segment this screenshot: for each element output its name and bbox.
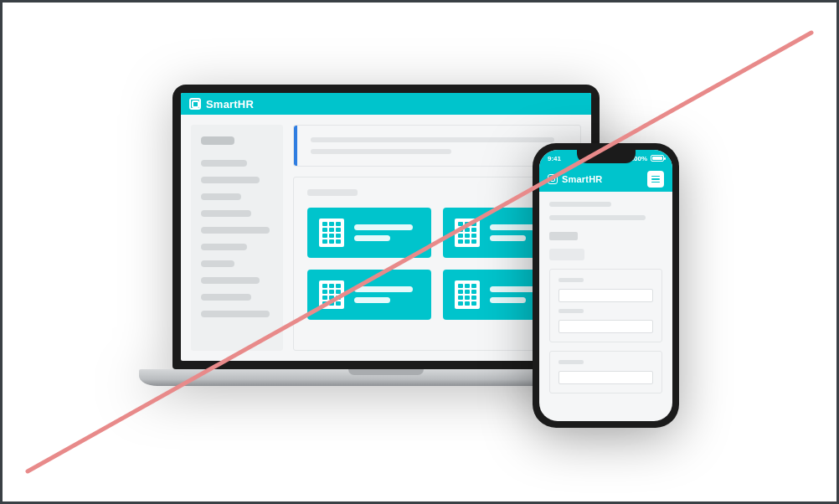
phone-notch: [577, 150, 636, 163]
brand-name: SmartHR: [206, 98, 254, 111]
text-placeholder: [354, 286, 413, 292]
text-placeholder: [311, 137, 554, 142]
status-time: 9:41: [548, 155, 561, 162]
feature-card: [307, 208, 431, 258]
text-placeholder: [549, 202, 611, 207]
input-placeholder: [558, 289, 653, 302]
building-icon: [319, 219, 344, 247]
label-placeholder: [558, 278, 584, 282]
form-panel: [549, 269, 662, 342]
text-placeholder: [354, 224, 413, 230]
text-placeholder: [354, 235, 390, 241]
building-icon: [455, 219, 480, 247]
input-placeholder: [558, 320, 653, 333]
sidebar-item-placeholder: [201, 210, 251, 217]
section-heading-placeholder: [549, 232, 578, 240]
form-panel: [549, 351, 662, 393]
logo-icon: [548, 174, 558, 184]
text-placeholder: [490, 235, 526, 241]
text-placeholder: [490, 297, 526, 303]
sidebar-heading-placeholder: [201, 136, 234, 145]
chip-placeholder: [549, 249, 584, 260]
text-placeholder: [354, 297, 390, 303]
sidebar-item-placeholder: [201, 244, 247, 250]
label-placeholder: [558, 360, 584, 364]
sidebar-item-placeholder: [201, 260, 234, 267]
illustration-canvas: SmartHR: [3, 3, 836, 501]
phone-device: 9:41 100% SmartHR: [533, 143, 679, 428]
brand-name: SmartHR: [562, 174, 602, 184]
building-icon: [455, 280, 480, 309]
label-placeholder: [558, 309, 584, 313]
feature-card: [307, 270, 431, 320]
app-header: SmartHR: [181, 93, 591, 115]
laptop-screen: SmartHR: [181, 93, 591, 361]
sidebar-item-placeholder: [201, 277, 260, 284]
sidebar-item-placeholder: [201, 177, 260, 183]
app-header: SmartHR: [539, 167, 672, 192]
sidebar-item-placeholder: [201, 311, 270, 317]
text-placeholder: [311, 149, 451, 154]
sidebar-item-placeholder: [201, 227, 270, 234]
phone-screen: 9:41 100% SmartHR: [539, 150, 672, 421]
sidebar-item-placeholder: [201, 294, 251, 301]
hamburger-icon: [647, 171, 664, 188]
input-placeholder: [558, 371, 653, 384]
logo-icon: [189, 98, 201, 110]
card-grid: [307, 208, 567, 320]
building-icon: [319, 280, 344, 309]
text-placeholder: [549, 215, 646, 220]
device-mockup-group: SmartHR: [126, 68, 713, 436]
phone-body: [539, 192, 672, 421]
battery-icon: [651, 155, 664, 162]
app-body: [181, 115, 591, 361]
sidebar-item-placeholder: [201, 160, 247, 167]
section-heading-placeholder: [307, 189, 358, 196]
sidebar-item-placeholder: [201, 193, 241, 200]
sidebar: [191, 125, 283, 351]
